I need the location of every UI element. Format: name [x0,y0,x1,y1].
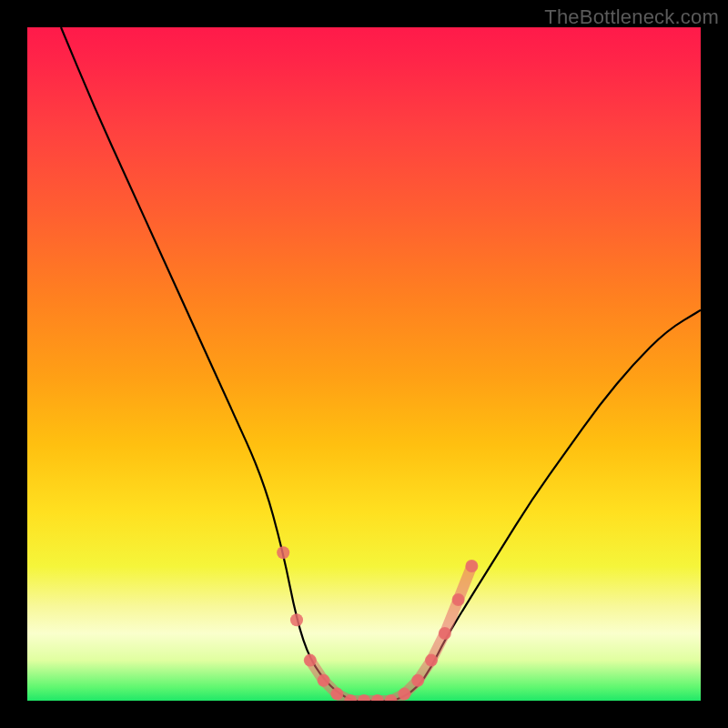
marker-dot [425,654,438,667]
marker-dot [465,560,478,572]
marker-dot [439,627,451,640]
watermark-text: TheBottleneck.com [544,5,719,29]
marker-dot [318,674,330,687]
plot-area [27,27,701,701]
marker-dot [398,688,410,701]
bottleneck-curve [61,27,701,701]
curve-layer [27,27,701,701]
marker-dot [330,688,343,701]
marker-dot [277,546,289,559]
marker-points [277,546,478,701]
marker-dot [290,613,303,626]
marker-dot [411,674,424,687]
chart-container: TheBottleneck.com [0,0,728,728]
marker-dot [452,593,465,606]
marker-dot [304,654,317,667]
